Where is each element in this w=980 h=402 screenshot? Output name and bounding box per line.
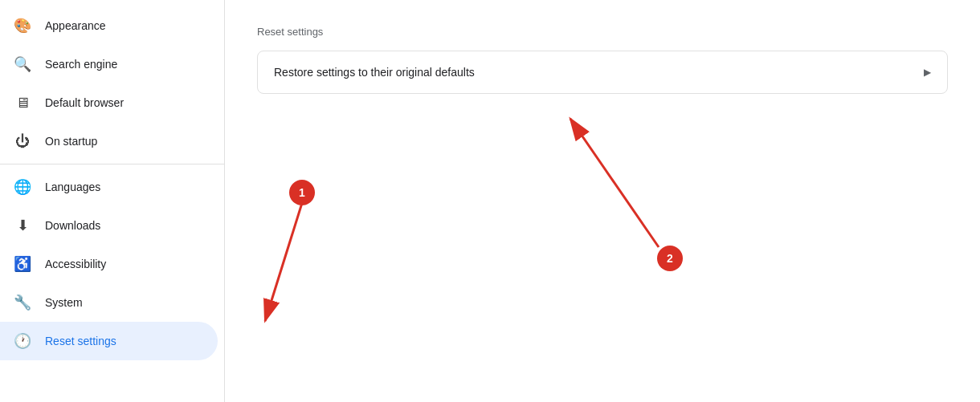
sidebar-item-label: Search engine (45, 58, 117, 71)
sidebar-item-accessibility[interactable]: ♿ Accessibility (0, 245, 218, 283)
svg-line-2 (265, 203, 302, 321)
sidebar-item-appearance[interactable]: 🎨 Appearance (0, 6, 218, 45)
restore-settings-card[interactable]: Restore settings to their original defau… (257, 51, 948, 94)
download-icon: ⬇ (13, 216, 32, 235)
sidebar-item-languages[interactable]: 🌐 Languages (0, 168, 218, 206)
svg-point-4 (289, 180, 315, 205)
sidebar-item-label: Languages (45, 181, 100, 193)
restore-settings-label: Restore settings to their original defau… (274, 66, 475, 79)
search-icon: 🔍 (13, 55, 32, 74)
svg-point-6 (657, 246, 683, 271)
svg-text:1: 1 (299, 186, 305, 199)
sidebar-item-label: Default browser (45, 96, 124, 109)
svg-line-3 (570, 119, 659, 247)
sidebar-item-label: On startup (45, 135, 97, 148)
svg-text:2: 2 (667, 252, 673, 265)
browser-icon: 🖥 (13, 93, 32, 112)
sidebar-item-system[interactable]: 🔧 System (0, 283, 218, 322)
sidebar-item-label: Accessibility (45, 258, 106, 270)
system-icon: 🔧 (13, 293, 32, 312)
sidebar-scroll[interactable]: 🎨 Appearance 🔍 Search engine 🖥 Default b… (0, 0, 224, 402)
section-title: Reset settings (257, 26, 948, 38)
sidebar-item-search-engine[interactable]: 🔍 Search engine (0, 45, 218, 83)
sidebar-item-label: Appearance (45, 19, 106, 32)
sidebar-item-label: Reset settings (45, 335, 116, 347)
language-icon: 🌐 (13, 177, 32, 197)
main-content: Reset settings Restore settings to their… (225, 0, 980, 402)
startup-icon: ⏻ (13, 132, 32, 151)
sidebar: 🎨 Appearance 🔍 Search engine 🖥 Default b… (0, 0, 225, 402)
accessibility-icon: ♿ (13, 254, 32, 274)
reset-icon: 🕐 (13, 331, 32, 351)
sidebar-item-label: System (45, 296, 83, 309)
appearance-icon: 🎨 (13, 16, 32, 35)
chevron-right-icon: ▶ (924, 67, 931, 78)
sidebar-item-default-browser[interactable]: 🖥 Default browser (0, 83, 218, 122)
sidebar-item-downloads[interactable]: ⬇ Downloads (0, 206, 218, 245)
sidebar-item-on-startup[interactable]: ⏻ On startup (0, 122, 218, 160)
sidebar-item-reset-settings[interactable]: 🕐 Reset settings (0, 322, 218, 360)
sidebar-item-label: Downloads (45, 219, 100, 232)
sidebar-divider (0, 164, 224, 164)
